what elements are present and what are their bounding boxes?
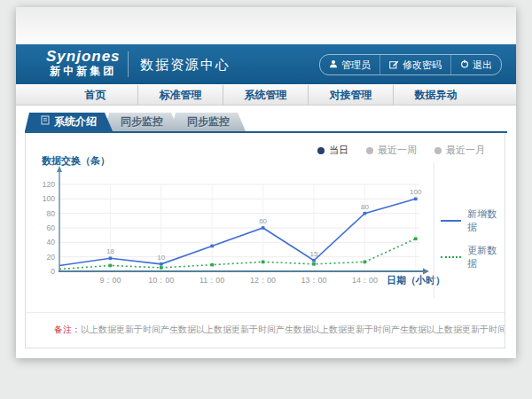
user-menu-item[interactable]: 管理员 (320, 55, 379, 74)
footnote-prefix: 备注： (54, 325, 81, 334)
svg-text:60: 60 (47, 223, 56, 232)
period-radio[interactable]: 最近一周 (366, 144, 417, 157)
period-radio-label: 最近一月 (446, 144, 485, 157)
svg-text:15: 15 (310, 250, 318, 258)
svg-text:80: 80 (47, 209, 56, 218)
top-strip (16, 7, 516, 44)
user-menu-item[interactable]: 修改密码 (379, 55, 450, 74)
legend-item[interactable]: 更新数据 (441, 244, 505, 270)
legend-line-sample-icon (441, 256, 461, 258)
legend-label: 新增数据 (467, 207, 505, 234)
user-menu-item-label: 退出 (473, 59, 492, 72)
period-radio[interactable]: 当日 (317, 144, 348, 157)
radio-dot-icon (317, 147, 325, 154)
app-header: Synjones 新中新集团 数据资源中心 管理员修改密码退出 (16, 44, 516, 84)
svg-text:60: 60 (259, 217, 267, 225)
nav-bar: 首页标准管理系统管理对接管理数据异动 (16, 84, 516, 106)
legend-label: 更新数据 (467, 244, 505, 270)
tab-item[interactable]: 同步监控 (105, 113, 179, 131)
footnote-text: 以上数据更新于时间产生数据以上数据更新于时间产生数据以上数据更新于时间产生数据以… (81, 325, 505, 334)
svg-text:10: 10 (157, 254, 165, 262)
user-menu-item[interactable]: 退出 (450, 55, 501, 74)
tab-bar: 系统介绍同步监控同步监控 (25, 113, 246, 131)
edit-icon (389, 59, 399, 71)
user-menu-item-label: 修改密码 (403, 59, 442, 72)
period-radio-label: 最近一周 (378, 144, 417, 157)
user-menu-item-label: 管理员 (341, 59, 371, 72)
chart-legend: 新增数据更新数据 (441, 207, 505, 270)
radio-dot-icon (434, 147, 442, 154)
nav-item[interactable]: 数据异动 (393, 85, 478, 105)
user-icon (329, 59, 338, 70)
svg-text:0: 0 (51, 267, 55, 276)
nav-item[interactable]: 系统管理 (223, 85, 308, 105)
power-icon (460, 59, 469, 70)
tab-label: 系统介绍 (54, 113, 97, 131)
header-divider (128, 51, 129, 77)
logo-english-text: Synjones (46, 49, 121, 64)
svg-text:120: 120 (43, 180, 55, 189)
svg-text:100: 100 (43, 194, 55, 203)
svg-text:9：00: 9：00 (99, 276, 121, 285)
nav-item[interactable]: 对接管理 (308, 85, 393, 105)
legend-item[interactable]: 新增数据 (441, 207, 505, 234)
radio-dot-icon (366, 147, 373, 154)
svg-text:10：00: 10：00 (148, 276, 174, 285)
nav-item[interactable]: 标准管理 (137, 85, 223, 105)
tab-item[interactable]: 系统介绍 (25, 113, 113, 131)
page-title: 数据资源中心 (140, 57, 231, 74)
legend-line-sample-icon (441, 220, 461, 222)
logo-chinese-text: 新中新集团 (46, 64, 121, 79)
period-filter: 当日最近一周最近一月 (317, 144, 485, 157)
user-menu: 管理员修改密码退出 (319, 54, 502, 75)
content-card: 当日最近一周最近一月 数据交换（条） 0204060801001209：0010… (25, 133, 505, 348)
svg-text:11：00: 11：00 (200, 276, 224, 285)
svg-text:80: 80 (361, 203, 369, 211)
tab-item[interactable]: 同步监控 (171, 113, 246, 131)
period-radio-label: 当日 (329, 144, 348, 157)
nav-item[interactable]: 首页 (53, 85, 137, 105)
tab-underline (25, 131, 507, 133)
svg-text:13：00: 13：00 (301, 276, 326, 285)
tab-label: 同步监控 (187, 113, 230, 131)
doc-icon (41, 113, 50, 131)
svg-text:20: 20 (47, 253, 56, 262)
chart-area: 0204060801001209：0010：0011：0012：0013：001… (29, 163, 446, 296)
svg-text:18: 18 (106, 247, 114, 255)
svg-text:12：00: 12：00 (250, 276, 276, 285)
line-chart: 0204060801001209：0010：0011：0012：0013：001… (29, 163, 446, 296)
svg-text:日期（小时）: 日期（小时） (387, 275, 445, 286)
footnote: 备注：以上数据更新于时间产生数据以上数据更新于时间产生数据以上数据更新于时间产生… (26, 312, 505, 348)
svg-text:40: 40 (47, 238, 56, 246)
app-window: Synjones 新中新集团 数据资源中心 管理员修改密码退出 首页标准管理系统… (16, 7, 516, 358)
company-logo: Synjones 新中新集团 (46, 49, 121, 79)
svg-text:14：00: 14：00 (352, 276, 378, 285)
svg-text:100: 100 (410, 188, 422, 196)
period-radio[interactable]: 最近一月 (434, 144, 485, 157)
tab-label: 同步监控 (121, 113, 163, 131)
chart-legend-divider (434, 163, 434, 298)
